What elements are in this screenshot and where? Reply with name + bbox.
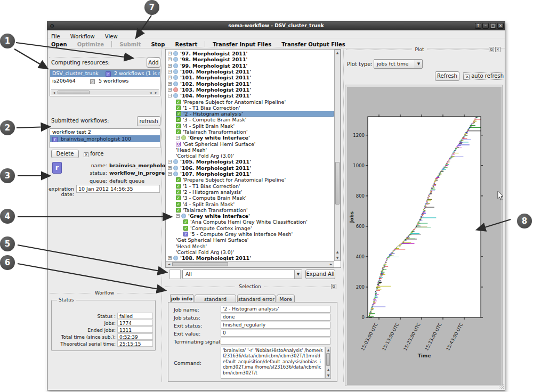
scroll-down-icon[interactable]: ▼	[326, 373, 331, 378]
tree-item-content[interactable]: Q'Get Spherical Hemi Surface'	[176, 141, 334, 146]
scroll-right-icon[interactable]: ►	[154, 90, 159, 95]
tree-item[interactable]: +'108. Morphologist 2011'	[166, 255, 334, 260]
checkbox-icon[interactable]: ✕	[465, 75, 470, 79]
horizontal-scrollbar[interactable]: ◄ ◄ ►	[51, 89, 159, 95]
vertical-splitter[interactable]	[161, 50, 162, 382]
tree-item-content[interactable]: +'102. Morphologist 2011'	[168, 80, 334, 86]
scroll-up-icon[interactable]: ▲	[326, 367, 331, 372]
expand-icon[interactable]: +	[168, 166, 172, 170]
scroll-left-icon[interactable]: ◄	[148, 90, 153, 95]
splitter-handle[interactable]	[164, 47, 342, 47]
tree-item-content[interactable]: 'Head Mesh'	[176, 147, 334, 153]
workflow-dock-title[interactable]: Worflow	[49, 290, 160, 296]
tree-item-content[interactable]: r'5 - Compute Grey white Interface Mesh'	[183, 231, 334, 237]
tree-item[interactable]: 'Get Spherical Hemi Surface'	[166, 237, 334, 243]
tree-item[interactable]: ✓'1 - T1 Bias Correction'	[166, 183, 334, 189]
tree-item-content[interactable]: −'Grey white Interface'	[176, 213, 334, 219]
scroll-left-icon[interactable]: ◄	[166, 262, 172, 267]
title-bar[interactable]: ⚙ soma-workflow - DSV_cluster_trunk ↑ – …	[47, 22, 505, 30]
tree-item[interactable]: +'101. Morphologist 2011'	[166, 75, 334, 80]
selection-dock-title[interactable]: Selection	[164, 284, 336, 290]
tree-item-content[interactable]: ✓'2 - Histogram analysis'	[176, 189, 334, 195]
close-button[interactable]: ×	[497, 23, 504, 29]
tree-item-content[interactable]: ✓'Ana Compute Hemi Grey White Classifica…	[183, 219, 334, 225]
auto-refresh-checkbox[interactable]: ✕ auto refresh	[464, 73, 505, 79]
tree-item[interactable]: ✓'3 - Compute Brain Mask'	[166, 195, 334, 201]
computing-resources-list[interactable]: DSV_cluster_trunk r 2 workflows (1 is ru…	[50, 69, 160, 96]
tab-more[interactable]: More	[277, 295, 295, 303]
tree-item-content[interactable]: +'103. Morphologist 2011'	[168, 87, 334, 93]
collapse-icon[interactable]: −	[168, 94, 172, 97]
horizontal-scrollbar[interactable]: ◄ ►	[166, 261, 334, 267]
tree-item[interactable]: +'97. Morphologist 2011'	[166, 51, 334, 56]
tree-item[interactable]: −'104. Morphologist 2011'	[166, 93, 334, 99]
filter-combo[interactable]: All ▼	[182, 270, 302, 279]
tree-item-content[interactable]: +'Grey white Interface'	[176, 135, 334, 141]
tree-item-content[interactable]: 'Cortical Fold Arg (3.0)'	[176, 153, 334, 159]
tree-item-content[interactable]: ✓'3 - Compute Brain Mask'	[176, 117, 334, 123]
refresh-plot-button[interactable]: Refresh	[435, 71, 459, 81]
tree-item-content[interactable]: ✓'Talairach Transformation'	[176, 129, 334, 135]
resource-row[interactable]: DSV_cluster_trunk r 2 workflows (1 is ru…	[50, 70, 160, 77]
vertical-scrollbar[interactable]: ▲ ▲ ▼	[334, 50, 341, 261]
expand-icon[interactable]: +	[168, 52, 172, 55]
dock-float-icon[interactable]: ⧉	[331, 284, 336, 289]
tree-item[interactable]: ✓'1 - T1 Bias Correction'	[166, 105, 334, 111]
expand-icon[interactable]: +	[168, 58, 172, 61]
command-value[interactable]: 'brainvisa' '-r' 'NobiasHistoAnalysis' /…	[221, 347, 325, 379]
resource-row[interactable]: is206464 ✓ 5 workflows	[50, 77, 160, 85]
expand-icon[interactable]: +	[168, 70, 172, 74]
splitter-handle[interactable]	[49, 57, 160, 58]
tree-item-content[interactable]: 'Head Mesh'	[176, 243, 334, 249]
minimize-button[interactable]: –	[482, 23, 489, 29]
scroll-up-icon[interactable]: ▲	[335, 249, 340, 255]
tree-item[interactable]: +'102. Morphologist 2011'	[166, 80, 334, 86]
tree-item[interactable]: ✓'4 - Split Brain Mask'	[166, 201, 334, 207]
vertical-scrollbar[interactable]: ▲ ▲ ▼	[325, 347, 331, 379]
tree-item[interactable]: ✓'Talairach Transformation'	[166, 207, 334, 213]
tree-item[interactable]: Q'Get Spherical Hemi Surface'	[166, 141, 334, 146]
tree-item[interactable]: −'Grey white Interface'	[166, 213, 334, 219]
scroll-up-icon[interactable]: ▲	[326, 347, 331, 353]
tree-item[interactable]: +'100. Morphologist 2011'	[166, 69, 334, 75]
expand-icon[interactable]: +	[168, 76, 172, 79]
toolbar-open[interactable]: Open	[47, 40, 71, 48]
tree-item[interactable]: +'105. Morphologist 2011'	[166, 159, 334, 165]
tree-item-content[interactable]: ✓'1 - T1 Bias Correction'	[176, 183, 334, 189]
collapse-icon[interactable]: −	[176, 214, 180, 218]
scroll-left-icon[interactable]: ◄	[51, 90, 56, 95]
tree-item-content[interactable]: +'105. Morphologist 2011'	[168, 159, 334, 165]
tree-item[interactable]: 'Head Mesh'	[166, 243, 334, 249]
expand-icon[interactable]: +	[168, 256, 172, 260]
tree-item-content[interactable]: 'Get Spherical Hemi Surface'	[176, 237, 334, 243]
tree-item-content[interactable]: ✓'1 - T1 Bias Correction'	[176, 105, 334, 111]
tree-item[interactable]: ✓'2 - Histogram analysis'	[166, 111, 334, 117]
tree-item[interactable]: ✓'Talairach Transformation'	[166, 129, 334, 135]
tree-item[interactable]: +'98. Morphologist 2011'	[166, 56, 334, 62]
tree-item[interactable]: +'106. Morphologist 2011'	[166, 165, 334, 171]
filter-input[interactable]	[169, 270, 181, 279]
tree-item[interactable]: ✓'Compute Cortex image'	[166, 225, 334, 231]
resize-grip[interactable]	[499, 384, 504, 389]
tree-item[interactable]: ✓'Ana Compute Hemi Grey White Classifica…	[166, 219, 334, 225]
expand-icon[interactable]: +	[168, 64, 172, 68]
tree-item-content[interactable]: ✓'4 - Split Brain Mask'	[176, 201, 334, 207]
tab-standard-error[interactable]: standard error	[237, 295, 276, 303]
tree-item-content[interactable]: +'98. Morphologist 2011'	[168, 56, 334, 62]
tree-item[interactable]: −'107. Morphologist 2011'	[166, 171, 334, 177]
tree-item[interactable]: +'Grey white Interface'	[166, 135, 334, 141]
tab-job-info[interactable]: job info	[170, 294, 193, 303]
force-checkbox[interactable]: ✕ force	[84, 151, 103, 157]
tree-item[interactable]: r'5 - Compute Grey white Interface Mesh'	[166, 231, 334, 237]
workflow-row[interactable]: workflow test 2	[50, 129, 160, 135]
tree-item[interactable]: ✓'4 - Split Brain Mask'	[166, 123, 334, 129]
scroll-right-icon[interactable]: ►	[328, 262, 334, 267]
tree-item-content[interactable]: +'99. Morphologist 2011'	[168, 63, 334, 69]
tree-item-content[interactable]: −'104. Morphologist 2011'	[168, 93, 334, 99]
checkbox-icon[interactable]: ✓	[90, 79, 95, 84]
scroll-down-icon[interactable]: ▼	[335, 255, 340, 260]
chevron-down-icon[interactable]: ▼	[294, 270, 302, 279]
maximize-button[interactable]: □	[490, 23, 496, 29]
dock-float-icon[interactable]: ⧉	[489, 47, 494, 52]
tree-item-content[interactable]: −'107. Morphologist 2011'	[168, 171, 334, 177]
